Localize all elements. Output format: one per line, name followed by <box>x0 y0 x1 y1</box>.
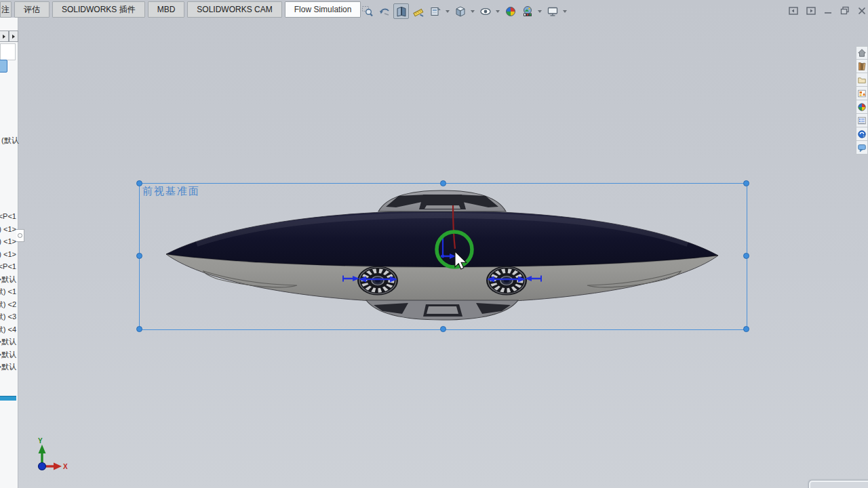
pane-collapse-left-icon[interactable] <box>789 7 798 15</box>
hide-show-items-icon[interactable] <box>477 3 493 19</box>
restore-button[interactable] <box>840 6 850 15</box>
tree-item[interactable]: 2> (默 <box>0 298 16 311</box>
ribbon-tab[interactable]: SOLIDWORKS CAM <box>187 1 281 18</box>
ribbon-tab-label: MBD <box>157 5 176 14</box>
triad-x-label: X <box>63 463 68 470</box>
section-view-icon[interactable] <box>393 3 409 19</box>
measure-icon[interactable] <box>410 3 426 19</box>
hide-show-items-dropdown-icon[interactable] <box>496 10 500 13</box>
tree-item[interactable]: P<1> <box>0 210 16 223</box>
apply-scene-dropdown-icon[interactable] <box>538 10 542 13</box>
arrow-right-icon <box>3 35 5 39</box>
tree-filter-box[interactable] <box>0 43 16 60</box>
popup-corner-frame <box>809 481 868 488</box>
ribbon-tab-label: 注 <box>1 4 9 16</box>
minimize-button[interactable] <box>824 7 832 15</box>
selection-handle[interactable] <box>136 253 142 259</box>
selected-plane-outline[interactable]: 前视基准面 <box>139 183 747 330</box>
heads-up-toolbar <box>342 3 568 19</box>
ribbon-tab-label: Flow Simulation <box>294 5 352 14</box>
tree-item[interactable]: 默认< <box>0 336 16 348</box>
selection-handle[interactable] <box>136 326 142 332</box>
view-orientation-dropdown-icon[interactable] <box>446 10 450 13</box>
design-library-icon[interactable] <box>856 60 868 73</box>
home-icon[interactable] <box>856 46 868 60</box>
tree-item[interactable]: <1> ( <box>0 223 16 236</box>
ribbon-tab-label: SOLIDWORKS 插件 <box>62 4 136 16</box>
assembly-name-fragment[interactable]: (默认 <box>1 136 19 146</box>
tree-item-flyout[interactable] <box>16 229 24 242</box>
selection-handle[interactable] <box>136 180 142 186</box>
ribbon-tab[interactable]: 评估 <box>14 1 50 18</box>
reference-triad: Y X <box>38 437 68 470</box>
window-controls <box>789 6 866 15</box>
ribbon-tab-bar: 注 评估 SOLIDWORKS 插件 MBD SOLIDWORKS CAM Fl… <box>0 1 363 18</box>
tree-item[interactable]: 默认< <box>0 273 16 286</box>
tree-progress-bar <box>0 396 16 401</box>
tree-item[interactable]: P<1> <box>0 260 16 273</box>
pane-collapse-right-icon[interactable] <box>806 7 816 15</box>
tree-back-button[interactable] <box>0 30 9 42</box>
display-style-icon[interactable] <box>452 3 468 19</box>
selection-handle[interactable] <box>743 253 749 259</box>
selection-handle[interactable] <box>743 326 749 332</box>
appearances-icon[interactable] <box>856 100 868 114</box>
custom-properties-icon[interactable] <box>856 114 868 127</box>
triad-origin <box>39 463 46 470</box>
selection-handle[interactable] <box>743 180 749 186</box>
feature-tree-list: P<1> <1> ( <1> ( <1> ( P<1> 默认< 1> (默 2>… <box>0 210 16 373</box>
view-settings-icon[interactable] <box>545 3 560 19</box>
view-orientation-icon[interactable] <box>427 3 443 19</box>
ribbon-tab[interactable]: Flow Simulation <box>285 1 361 18</box>
solidworks-window: 注 评估 SOLIDWORKS 插件 MBD SOLIDWORKS CAM Fl… <box>0 0 868 488</box>
view-settings-dropdown-icon[interactable] <box>563 10 567 13</box>
selection-handle[interactable] <box>440 180 446 186</box>
tree-item[interactable]: 3> (默 <box>0 310 16 323</box>
ribbon-tab[interactable]: MBD <box>148 1 185 18</box>
feature-tree-panel: (默认 P<1> <1> ( <1> ( <1> ( P<1> 默认< 1> (… <box>0 18 18 488</box>
ribbon-tab[interactable]: 注 <box>0 1 12 18</box>
tree-item[interactable]: 4> (默 <box>0 323 16 336</box>
edit-appearance-icon[interactable] <box>502 3 518 19</box>
tree-item[interactable]: 默认< <box>0 361 16 373</box>
close-button[interactable] <box>858 7 866 15</box>
ribbon-tab-label: 评估 <box>24 4 40 16</box>
selection-handle[interactable] <box>440 326 446 332</box>
selected-plane-label: 前视基准面 <box>142 185 200 198</box>
ribbon-tab[interactable]: SOLIDWORKS 插件 <box>52 1 145 18</box>
tree-item[interactable]: <1> ( <box>0 235 16 248</box>
arrow-right-icon <box>12 35 15 39</box>
apply-scene-icon[interactable] <box>519 3 535 19</box>
display-style-dropdown-icon[interactable] <box>471 10 475 13</box>
previous-view-icon[interactable] <box>376 3 392 19</box>
triad-y-label: Y <box>38 437 43 445</box>
chat-icon[interactable] <box>856 141 868 155</box>
assembly-icon[interactable] <box>0 60 7 73</box>
tree-item[interactable]: <1> ( <box>0 248 16 261</box>
tree-forward-button[interactable] <box>9 30 18 42</box>
file-explorer-icon[interactable] <box>856 73 868 87</box>
task-pane <box>856 46 868 155</box>
ribbon-tab-label: SOLIDWORKS CAM <box>197 5 272 14</box>
forum-icon[interactable] <box>856 127 868 141</box>
view-palette-icon[interactable] <box>856 87 868 100</box>
tree-item[interactable]: 默认< <box>0 348 16 361</box>
tree-item[interactable]: 1> (默 <box>0 285 16 298</box>
